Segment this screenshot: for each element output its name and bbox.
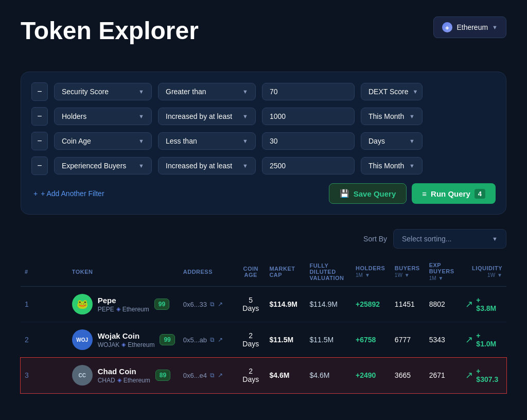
- table-header-row: # TOKEN ADDRESS COINAGE MARKETCAP FULLYD…: [21, 257, 506, 287]
- exp-buyers-cell: 2671: [425, 358, 462, 393]
- external-link-icon[interactable]: ↗: [218, 336, 223, 343]
- col-address: ADDRESS: [179, 257, 236, 287]
- token-info-cell: CC Chad Coin CHAD ◈ Ethereum 89: [68, 358, 179, 393]
- filter-period-select[interactable]: This Month ▼: [361, 108, 423, 125]
- save-icon: 💾: [340, 189, 349, 198]
- chevron-down-icon: ▼: [138, 138, 144, 144]
- filter-field-select[interactable]: Security Score ▼: [54, 83, 152, 100]
- holders-cell: +2490: [352, 358, 391, 393]
- action-buttons: 💾 Save Query ≡ Run Query 4: [329, 183, 496, 204]
- filter-panel: − Security Score ▼ Greater than ▼ 70 DEX…: [21, 72, 506, 215]
- security-score-badge: 99: [160, 334, 174, 345]
- col-liquidity: LIQUIDITY 1W ▼: [461, 257, 506, 287]
- token-name: Pepe: [98, 296, 149, 305]
- trend-up-icon: ↗: [465, 299, 473, 310]
- chevron-down-icon: ▼: [242, 89, 248, 95]
- filter-period-select[interactable]: Days ▼: [361, 132, 423, 150]
- filter-value-input[interactable]: 70: [262, 83, 355, 100]
- page-title: Token Explorer: [21, 16, 199, 45]
- security-score-badge: 99: [154, 299, 169, 310]
- trend-up-icon: ↗: [465, 334, 473, 345]
- filter-row: − Coin Age ▼ Less than ▼ 30 Days ▼: [31, 132, 496, 150]
- chevron-down-icon: ▼: [409, 163, 415, 169]
- address-cell: 0x6...e4 ⧉ ↗: [179, 358, 236, 393]
- market-cap-cell: $4.6M: [265, 358, 305, 393]
- token-avatar: 🐸: [72, 294, 93, 314]
- copy-icon[interactable]: ⧉: [210, 336, 215, 343]
- run-query-button[interactable]: ≡ Run Query 4: [412, 183, 496, 204]
- plus-icon: +: [33, 189, 38, 198]
- row-number: 1: [21, 287, 68, 322]
- remove-filter-button[interactable]: −: [31, 132, 48, 150]
- buyers-cell: 3665: [391, 358, 425, 393]
- filter-operator-select[interactable]: Greater than ▼: [158, 83, 256, 100]
- liquidity-cell: ↗ + $3.8M: [461, 287, 506, 322]
- buyers-cell: 11451: [391, 287, 425, 322]
- filter-value-input[interactable]: 30: [262, 132, 355, 150]
- filter-field-select[interactable]: Experienced Buyers ▼: [54, 157, 152, 174]
- remove-filter-button[interactable]: −: [31, 82, 48, 101]
- row-number: 2: [21, 322, 68, 358]
- sort-row: Sort By Select sorting... ▼: [21, 229, 506, 249]
- filter-row: − Experienced Buyers ▼ Increased by at l…: [31, 156, 496, 175]
- chevron-down-icon: ▼: [138, 113, 144, 119]
- address-cell: 0x6...33 ⧉ ↗: [179, 287, 236, 322]
- chevron-down-icon: ▼: [242, 138, 248, 144]
- address-text: 0x6...e4: [183, 372, 207, 379]
- run-count-badge: 4: [475, 189, 485, 199]
- token-info-cell: WOJ Wojak Coin WOJAK ◈ Ethereum 99: [68, 322, 179, 358]
- chevron-down-icon: ▼: [413, 89, 418, 95]
- fdv-cell: $4.6M: [305, 358, 352, 393]
- chevron-down-icon: ▼: [409, 138, 415, 144]
- fdv-cell: $11.5M: [305, 322, 352, 358]
- save-query-button[interactable]: 💾 Save Query: [329, 183, 407, 204]
- filter-period-select[interactable]: This Month ▼: [361, 157, 423, 174]
- exp-buyers-cell: 8802: [425, 287, 462, 322]
- filter-period-select[interactable]: DEXT Score ▼: [361, 83, 423, 100]
- remove-filter-button[interactable]: −: [31, 107, 48, 126]
- external-link-icon[interactable]: ↗: [218, 301, 223, 308]
- token-name: Chad Coin: [98, 367, 150, 376]
- filter-operator-select[interactable]: Increased by at least ▼: [158, 157, 256, 174]
- col-num: #: [21, 257, 68, 287]
- filter-operator-select[interactable]: Increased by at least ▼: [158, 108, 256, 125]
- coin-age-cell: 5 Days: [236, 287, 265, 322]
- filter-value-input[interactable]: 1000: [262, 108, 355, 125]
- network-selector[interactable]: ◈ Ethereum ▼: [433, 16, 506, 38]
- copy-icon[interactable]: ⧉: [210, 372, 215, 379]
- add-filter-button[interactable]: + + Add Another Filter: [31, 185, 107, 202]
- filter-field-select[interactable]: Coin Age ▼: [54, 132, 152, 150]
- address-text: 0x5...ab: [183, 336, 207, 344]
- liquidity-cell: ↗ + $307.3: [461, 358, 506, 393]
- chevron-down-icon: ▼: [492, 236, 498, 242]
- token-name: Wojak Coin: [98, 331, 155, 340]
- liquidity-value: + $1.0M: [476, 331, 502, 348]
- col-coin-age: COINAGE: [236, 257, 265, 287]
- table-row[interactable]: 2 WOJ Wojak Coin WOJAK ◈ Ethereum 99 0x5…: [21, 322, 506, 358]
- trend-up-icon: ↗: [465, 370, 473, 381]
- sort-select[interactable]: Select sorting... ▼: [393, 229, 506, 249]
- copy-icon[interactable]: ⧉: [210, 301, 215, 308]
- table-row[interactable]: 1 🐸 Pepe PEPE ◈ Ethereum 99 0x6...33 ⧉: [21, 287, 506, 322]
- sort-by-label: Sort By: [363, 235, 387, 243]
- token-sub: WOJAK ◈ Ethereum: [98, 341, 155, 348]
- address-cell: 0x5...ab ⧉ ↗: [179, 322, 236, 358]
- filter-row: − Holders ▼ Increased by at least ▼ 1000…: [31, 107, 496, 126]
- col-fdv: FULLYDILUTEDVALUATION: [305, 257, 352, 287]
- col-exp-buyers: EXPBUYERS 1M ▼: [425, 257, 462, 287]
- coin-age-cell: 2 Days: [236, 322, 265, 358]
- external-link-icon[interactable]: ↗: [218, 372, 223, 379]
- chevron-down-icon: ▼: [242, 163, 248, 169]
- col-buyers: BUYERS 1W ▼: [391, 257, 425, 287]
- market-cap-cell: $11.5M: [265, 322, 305, 358]
- security-score-badge: 89: [155, 370, 170, 381]
- filter-value-input[interactable]: 2500: [262, 157, 355, 174]
- table-row[interactable]: 3 CC Chad Coin CHAD ◈ Ethereum 89 0x6...…: [21, 358, 506, 393]
- token-avatar: CC: [72, 365, 93, 386]
- col-market-cap: MARKETCAP: [265, 257, 305, 287]
- filter-operator-select[interactable]: Less than ▼: [158, 132, 256, 150]
- col-holders: HOLDERS 1M ▼: [352, 257, 391, 287]
- remove-filter-button[interactable]: −: [31, 156, 48, 175]
- filter-field-select[interactable]: Holders ▼: [54, 108, 152, 125]
- address-text: 0x6...33: [183, 301, 207, 308]
